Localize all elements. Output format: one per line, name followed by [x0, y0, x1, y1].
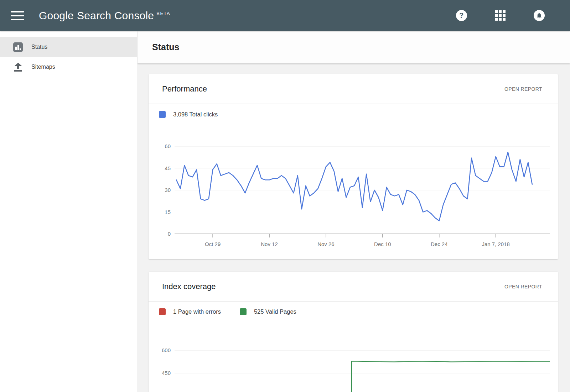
- index-coverage-card-header: Index coverage OPEN REPORT: [149, 272, 558, 302]
- svg-text:45: 45: [165, 165, 171, 171]
- notifications-bell-icon: [534, 10, 545, 21]
- index-coverage-open-report-link[interactable]: OPEN REPORT: [504, 284, 542, 289]
- page-title: Status: [152, 42, 179, 52]
- sidebar-item-label: Status: [31, 44, 47, 50]
- total-clicks-legend-item[interactable]: 3,098 Total clicks: [159, 111, 218, 118]
- help-icon: ?: [456, 10, 467, 21]
- svg-text:60: 60: [165, 143, 171, 149]
- sidebar-item-status[interactable]: Status: [0, 37, 137, 57]
- beta-badge: BETA: [156, 11, 170, 16]
- upload-icon: [13, 62, 23, 72]
- page-header: Status: [138, 31, 570, 63]
- logo-product: Google: [39, 10, 74, 22]
- performance-legend: 3,098 Total clicks: [159, 111, 237, 118]
- bar-chart-icon: [13, 42, 23, 52]
- svg-text:Nov 26: Nov 26: [317, 241, 335, 247]
- svg-text:0: 0: [168, 231, 171, 237]
- valid-pages-label: 525 Valid Pages: [254, 308, 296, 315]
- svg-text:Jan 7, 2018: Jan 7, 2018: [482, 241, 509, 247]
- sidebar-item-sitemaps[interactable]: Sitemaps: [0, 57, 137, 77]
- total-clicks-swatch: [159, 111, 166, 118]
- svg-text:450: 450: [162, 370, 171, 376]
- notifications-button[interactable]: [532, 8, 546, 23]
- index-coverage-line-chart[interactable]: 600450: [149, 338, 558, 392]
- performance-card-header: Performance OPEN REPORT: [149, 74, 558, 104]
- svg-text:15: 15: [165, 209, 171, 215]
- svg-text:30: 30: [165, 187, 171, 193]
- valid-pages-swatch: [240, 308, 247, 315]
- app-bar: Google Search Console BETA ?: [0, 0, 570, 31]
- index-coverage-legend: 1 Page with errors 525 Valid Pages: [159, 308, 315, 315]
- sidebar-item-label: Sitemaps: [31, 64, 55, 70]
- errors-label: 1 Page with errors: [173, 308, 221, 315]
- appbar-actions: ?: [454, 8, 546, 23]
- performance-open-report-link[interactable]: OPEN REPORT: [504, 86, 542, 92]
- svg-text:Oct 29: Oct 29: [205, 241, 221, 247]
- errors-swatch: [159, 308, 166, 315]
- index-coverage-card-title: Index coverage: [162, 282, 216, 291]
- performance-card-title: Performance: [162, 84, 207, 94]
- menu-hamburger-icon[interactable]: [11, 11, 24, 20]
- valid-pages-legend-item[interactable]: 525 Valid Pages: [240, 308, 296, 315]
- svg-text:Dec 24: Dec 24: [431, 241, 448, 247]
- performance-line-chart[interactable]: 153045600Oct 29Nov 12Nov 26Dec 10Dec 24J…: [149, 141, 558, 255]
- apps-button[interactable]: [493, 8, 508, 23]
- apps-grid-icon: [495, 10, 506, 21]
- app-logo: Google Search Console BETA: [39, 10, 170, 22]
- svg-text:Nov 12: Nov 12: [261, 241, 278, 247]
- errors-legend-item[interactable]: 1 Page with errors: [159, 308, 221, 315]
- performance-card: Performance OPEN REPORT 3,098 Total clic…: [149, 74, 558, 259]
- total-clicks-label: 3,098 Total clicks: [173, 111, 218, 118]
- index-coverage-card: Index coverage OPEN REPORT 1 Page with e…: [149, 272, 558, 392]
- svg-text:600: 600: [162, 347, 171, 353]
- logo-suite: Search Console: [77, 10, 154, 22]
- sidebar: Status Sitemaps: [0, 31, 137, 392]
- help-button[interactable]: ?: [454, 8, 469, 23]
- svg-text:Dec 10: Dec 10: [374, 241, 391, 247]
